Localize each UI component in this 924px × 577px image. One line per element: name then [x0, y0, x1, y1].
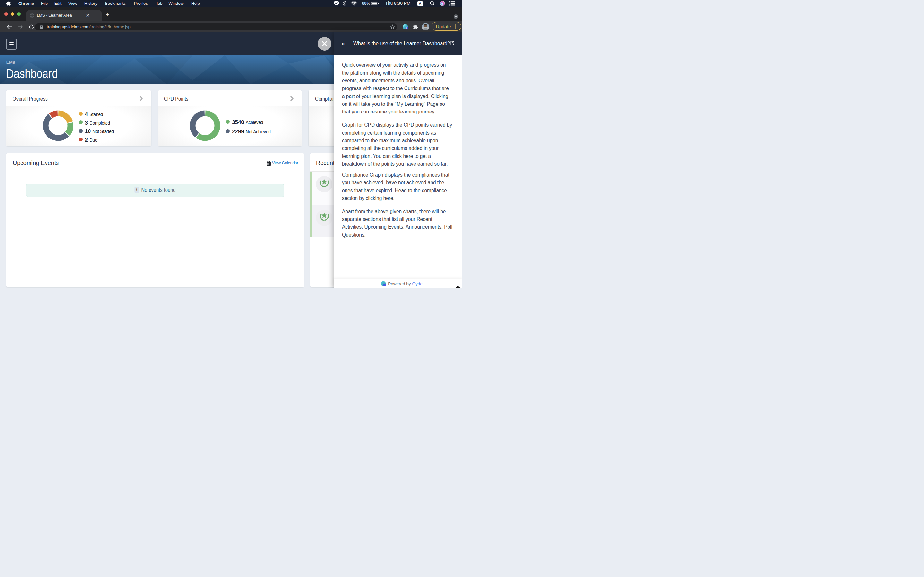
svg-text:A: A [419, 2, 421, 5]
svg-text:i: i [136, 187, 137, 192]
